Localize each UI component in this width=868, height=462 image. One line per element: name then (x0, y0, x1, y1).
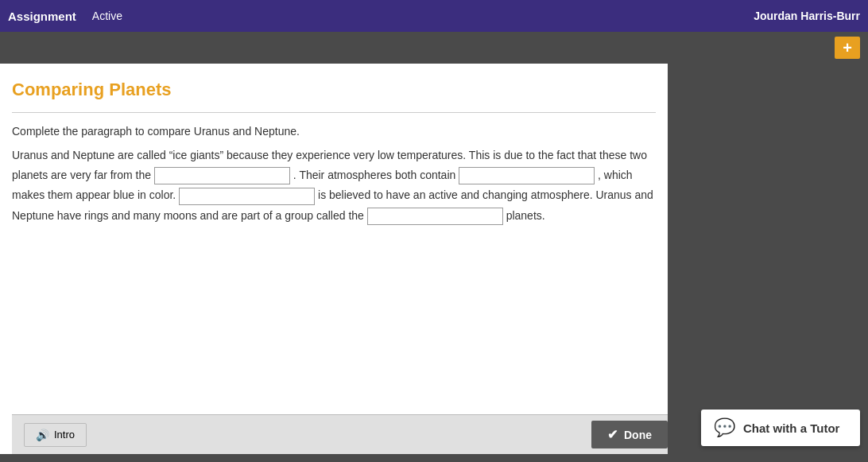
plus-button[interactable]: + (835, 37, 860, 59)
blank-4[interactable] (367, 208, 503, 225)
intro-button[interactable]: 🔊 Intro (24, 423, 87, 447)
para-part5: planets. (506, 209, 545, 222)
paragraph-text: Uranus and Neptune are called “ice giant… (12, 146, 656, 226)
active-label: Active (92, 10, 122, 22)
top-bar: Assignment Active Jourdan Harris-Burr (0, 0, 868, 32)
user-name: Jourdan Harris-Burr (754, 10, 860, 22)
blank-1[interactable] (154, 167, 290, 184)
sound-icon: 🔊 (36, 429, 49, 441)
main-layout: Comparing Planets Complete the paragraph… (0, 64, 868, 454)
bottom-bar: 🔊 Intro ✔ Done (12, 414, 668, 454)
divider (12, 112, 656, 113)
top-bar-left: Assignment Active (8, 10, 122, 23)
second-bar: + (0, 32, 868, 64)
right-sidebar: 💬 Chat with a Tutor (668, 64, 868, 454)
blank-2[interactable] (459, 167, 595, 184)
assignment-label: Assignment (8, 10, 76, 23)
page-title: Comparing Planets (12, 80, 656, 100)
para-part2: . Their atmospheres both contain (293, 169, 455, 181)
content-area: Comparing Planets Complete the paragraph… (0, 64, 668, 454)
blank-3[interactable] (179, 188, 315, 205)
chat-icon: 💬 (714, 417, 735, 438)
intro-label: Intro (54, 429, 75, 441)
done-button[interactable]: ✔ Done (591, 421, 668, 448)
done-label: Done (624, 429, 652, 441)
check-icon: ✔ (607, 427, 618, 442)
chat-tutor-label: Chat with a Tutor (743, 421, 839, 435)
chat-tutor-button[interactable]: 💬 Chat with a Tutor (701, 410, 860, 446)
instructions: Complete the paragraph to compare Uranus… (12, 125, 656, 138)
